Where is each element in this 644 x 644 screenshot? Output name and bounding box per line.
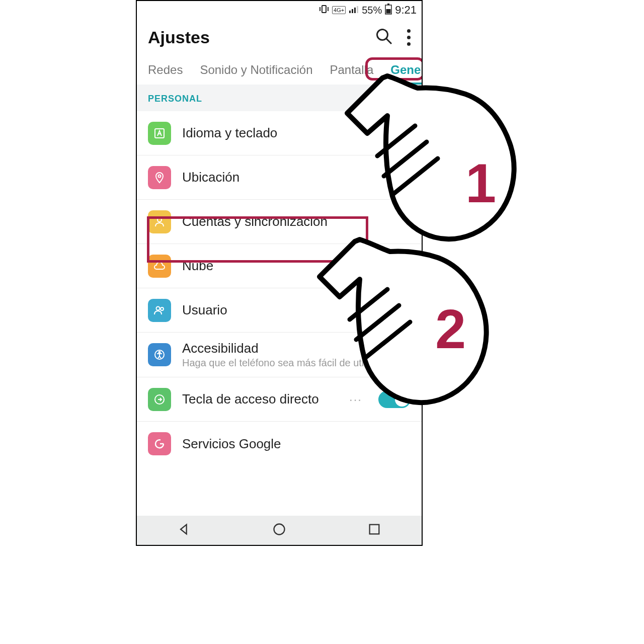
row-sublabel: Haga que el teléfono sea más fácil de ut…	[182, 357, 411, 369]
svg-rect-6	[357, 6, 358, 13]
svg-rect-5	[354, 8, 356, 13]
shortcut-icon	[148, 388, 171, 411]
svg-rect-8	[387, 4, 389, 5]
accessibility-icon	[148, 343, 171, 366]
status-bar: 4G+ 55% 9:21	[137, 1, 422, 19]
more-icon[interactable]	[407, 29, 411, 46]
svg-point-18	[159, 352, 160, 353]
font-icon	[148, 122, 171, 145]
tab-general[interactable]: General	[390, 55, 423, 85]
annotation-label-1: 1	[465, 151, 496, 215]
row-label: Idioma y teclado	[182, 125, 411, 141]
svg-rect-4	[352, 9, 353, 13]
tab-networks[interactable]: Redes	[148, 55, 183, 85]
page-title: Ajustes	[148, 28, 375, 47]
section-header-personal: PERSONAL	[137, 85, 422, 111]
svg-rect-21	[369, 525, 379, 534]
battery-text: 55%	[362, 5, 382, 16]
tab-display[interactable]: Pantalla	[330, 55, 374, 85]
settings-list: Idioma y teclado Ubicación Cuentas y sin…	[137, 111, 422, 466]
row-cloud[interactable]: Nube	[137, 244, 422, 288]
row-more-dots: ···	[349, 392, 362, 407]
row-google[interactable]: Servicios Google	[137, 422, 422, 466]
pin-icon	[148, 166, 171, 189]
svg-rect-3	[349, 11, 351, 13]
nav-back-icon[interactable]	[177, 522, 191, 538]
row-label: Ubicación	[182, 170, 411, 185]
row-location[interactable]: Ubicación	[137, 155, 422, 200]
row-label: Nube	[182, 258, 411, 274]
battery-icon	[385, 4, 392, 17]
svg-point-15	[156, 306, 160, 310]
user-sync-icon	[148, 210, 171, 233]
svg-point-20	[274, 524, 284, 535]
row-language[interactable]: Idioma y teclado	[137, 111, 422, 155]
row-accounts[interactable]: Cuentas y sincronización	[137, 200, 422, 244]
network-4g-icon: 4G+	[332, 6, 346, 14]
shortcut-toggle[interactable]	[378, 391, 411, 408]
row-label: Servicios Google	[182, 436, 411, 452]
google-icon	[148, 432, 171, 455]
vibrate-icon	[319, 5, 329, 16]
row-label: Cuentas y sincronización	[182, 214, 411, 229]
row-label: Accesibilidad	[182, 341, 411, 356]
app-bar: Ajustes	[137, 19, 422, 55]
svg-rect-0	[322, 6, 326, 13]
cloud-icon	[148, 255, 171, 278]
clock-text: 9:21	[395, 4, 417, 17]
svg-point-14	[157, 218, 162, 222]
svg-point-10	[377, 30, 388, 40]
row-accessibility[interactable]: Accesibilidad Haga que el teléfono sea m…	[137, 333, 422, 377]
phone-frame: 4G+ 55% 9:21 Ajustes Redes Sonido y Noti…	[136, 0, 423, 546]
row-user[interactable]: Usuario	[137, 288, 422, 333]
svg-line-11	[386, 39, 392, 44]
svg-rect-9	[386, 9, 391, 14]
signal-icon	[349, 5, 359, 16]
nav-recent-icon[interactable]	[367, 522, 381, 538]
nav-bar	[137, 516, 422, 545]
users-icon	[148, 299, 171, 322]
tabs: Redes Sonido y Notificación Pantalla Gen…	[137, 55, 422, 85]
search-icon[interactable]	[375, 27, 393, 47]
row-shortcut[interactable]: Tecla de acceso directo ···	[137, 377, 422, 422]
svg-point-16	[160, 307, 164, 310]
nav-home-icon[interactable]	[272, 522, 286, 538]
row-label: Tecla de acceso directo	[182, 391, 338, 407]
annotation-label-2: 2	[435, 297, 466, 361]
tab-sound[interactable]: Sonido y Notificación	[200, 55, 312, 85]
svg-point-13	[158, 175, 161, 177]
row-label: Usuario	[182, 302, 411, 318]
